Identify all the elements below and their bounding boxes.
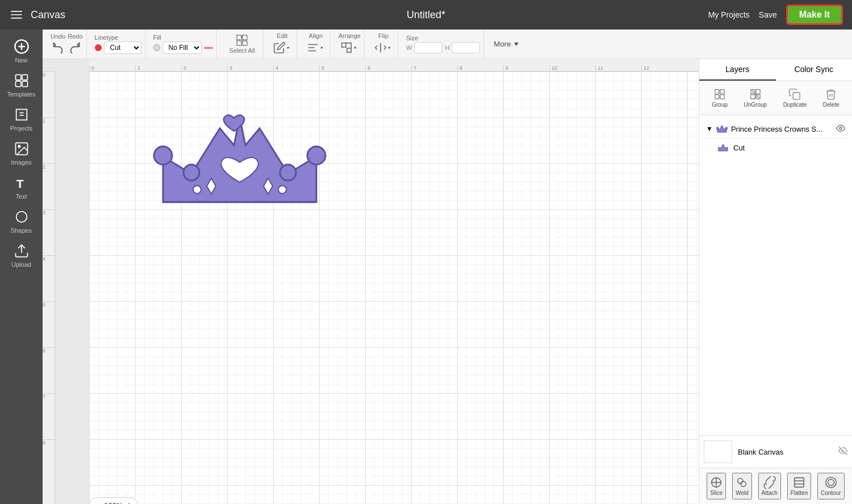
menu-button[interactable]: [9, 7, 24, 22]
sidebar-item-images[interactable]: Images: [0, 136, 43, 170]
slice-label: Slice: [711, 490, 723, 496]
edit-group: Edit: [268, 30, 297, 58]
arrange-button[interactable]: [339, 40, 360, 56]
align-button[interactable]: [305, 40, 327, 56]
flatten-button[interactable]: Flatten: [787, 473, 812, 499]
ruler-v-tick: 0: [43, 72, 55, 117]
svg-rect-17: [237, 41, 241, 45]
ruler-corner: [43, 59, 89, 72]
make-it-button[interactable]: Make It: [786, 5, 843, 25]
sidebar-item-templates-label: Templates: [7, 91, 35, 98]
svg-rect-0: [11, 11, 22, 12]
sidebar-item-new[interactable]: New: [0, 34, 43, 68]
svg-rect-27: [347, 48, 351, 52]
crown-image[interactable]: [146, 94, 333, 221]
contour-button[interactable]: Contour: [817, 473, 845, 499]
linetype-select[interactable]: Cut Draw Score: [104, 41, 141, 54]
more-label: More: [494, 40, 511, 48]
edit-button[interactable]: [272, 40, 293, 56]
svg-point-58: [741, 481, 746, 486]
flip-button[interactable]: [373, 40, 394, 56]
slice-button[interactable]: Slice: [707, 473, 726, 499]
svg-rect-46: [751, 95, 755, 99]
svg-rect-42: [715, 95, 719, 99]
tab-layers[interactable]: Layers: [699, 59, 776, 81]
my-projects-link[interactable]: My Projects: [708, 10, 750, 19]
ruler-h-tick: 1: [135, 65, 181, 71]
svg-rect-40: [715, 90, 719, 94]
duplicate-button[interactable]: Duplicate: [779, 86, 812, 110]
svg-point-32: [183, 165, 199, 180]
weld-button[interactable]: Weld: [732, 473, 752, 499]
right-panel-tabs: Layers Color Sync: [699, 59, 852, 81]
sidebar-item-templates[interactable]: Templates: [0, 68, 43, 102]
svg-point-38: [278, 186, 286, 194]
ruler-h-tick: 4: [273, 65, 319, 71]
linetype-label: Linetype: [95, 34, 141, 41]
redo-button[interactable]: [68, 40, 82, 55]
canvas-area[interactable]: 0 1 2 3 4 5 6 7 8 9 10 11 12: [43, 59, 699, 504]
drawing-canvas[interactable]: [89, 72, 699, 504]
layer-group: ▼ Prince Princess Crowns S...: [704, 120, 847, 157]
size-w-input[interactable]: [414, 42, 442, 53]
fill-select[interactable]: No Fill Fill: [162, 41, 202, 54]
undo-button[interactable]: [51, 40, 65, 55]
sidebar-item-text-label: Text: [15, 193, 27, 200]
zoom-value: 100%: [104, 501, 123, 505]
sidebar-item-shapes[interactable]: Shapes: [0, 204, 43, 238]
layer-header[interactable]: ▼ Prince Princess Crowns S...: [704, 120, 847, 138]
sidebar-item-new-label: New: [15, 57, 27, 64]
sidebar-item-text[interactable]: T Text: [0, 170, 43, 204]
flip-label: Flip: [378, 32, 389, 40]
ruler-h-tick: 12: [641, 65, 687, 71]
delete-button[interactable]: Delete: [818, 86, 844, 110]
ruler-v-tick: 2: [43, 163, 55, 209]
tab-color-sync[interactable]: Color Sync: [776, 59, 853, 81]
zoom-in-button[interactable]: +: [127, 500, 132, 504]
svg-point-13: [16, 212, 27, 222]
zoom-out-button[interactable]: −: [95, 500, 101, 504]
contour-label: Contour: [821, 490, 841, 496]
align-group: Align: [302, 30, 331, 58]
size-h-input[interactable]: [452, 42, 480, 53]
fill-color-dot: [153, 44, 160, 51]
group-button[interactable]: Group: [707, 86, 732, 110]
attach-button[interactable]: Attach: [758, 473, 781, 499]
save-button[interactable]: Save: [759, 10, 777, 19]
svg-text:T: T: [16, 177, 23, 190]
select-all-button[interactable]: Select All: [225, 31, 260, 57]
attach-label: Attach: [762, 490, 778, 496]
svg-marker-21: [287, 47, 290, 49]
sidebar-item-upload[interactable]: Upload: [0, 238, 43, 272]
linetype-color-dot: [95, 44, 102, 51]
fill-label: Fill: [153, 34, 213, 41]
layer-visibility-toggle[interactable]: [836, 124, 845, 135]
svg-line-48: [751, 91, 759, 98]
ruler-h-tick: 3: [227, 65, 273, 71]
svg-marker-28: [354, 47, 357, 49]
cut-layer-icon: [717, 142, 729, 153]
svg-point-52: [840, 127, 842, 129]
layer-name: Prince Princess Crowns S...: [731, 125, 833, 133]
svg-marker-30: [514, 43, 519, 46]
ruler-v-tick: 8: [43, 439, 55, 485]
blank-canvas-row: Blank Canvas: [699, 435, 852, 468]
select-all-group: Select All: [222, 30, 264, 58]
ruler-h-tick: 7: [411, 65, 457, 71]
align-label: Align: [309, 32, 323, 40]
cut-layer-name: Cut: [733, 144, 745, 152]
sidebar-item-projects[interactable]: Projects: [0, 102, 43, 136]
app-name: Canvas: [31, 9, 65, 21]
svg-rect-41: [720, 90, 724, 94]
ruler-v-tick: 4: [43, 255, 55, 301]
more-button[interactable]: More: [492, 38, 521, 50]
ungroup-button[interactable]: UnGroup: [740, 86, 772, 110]
svg-rect-8: [15, 81, 20, 86]
ruler-v-tick: 3: [43, 209, 55, 255]
fill-line-color: [204, 47, 213, 49]
svg-marker-29: [389, 47, 391, 49]
zoom-controls: − 100% +: [89, 497, 138, 504]
ruler-h-tick: 5: [319, 65, 365, 71]
blank-canvas-visibility[interactable]: [838, 446, 847, 457]
size-group: Size W H: [403, 30, 484, 58]
